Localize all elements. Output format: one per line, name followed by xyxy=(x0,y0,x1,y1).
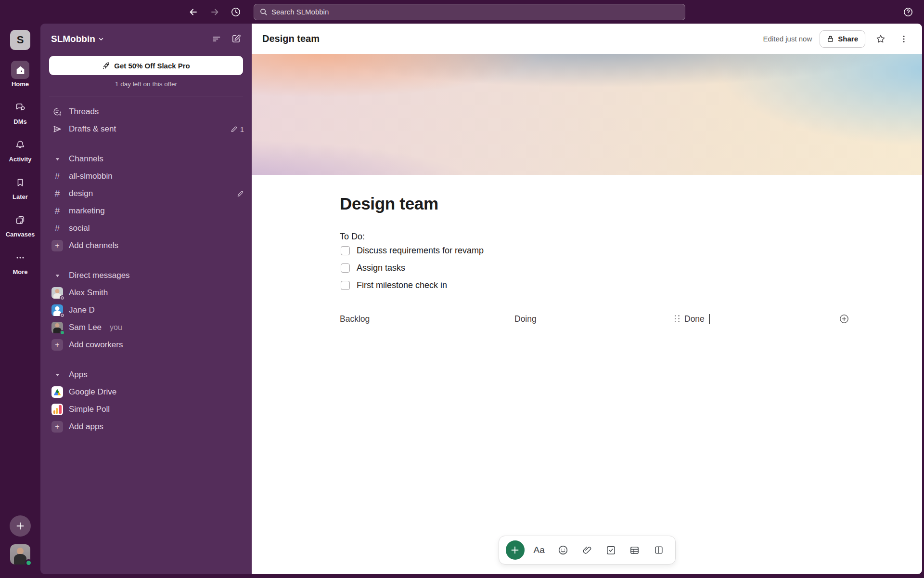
channel-design[interactable]: # design xyxy=(40,185,252,202)
lock-icon xyxy=(827,35,834,42)
add-apps-button[interactable]: + Add apps xyxy=(40,418,252,435)
rail-item-canvases[interactable]: Canvases xyxy=(6,211,35,238)
rail-item-dms[interactable]: DMs xyxy=(11,98,29,125)
app-simple-poll[interactable]: Simple Poll xyxy=(40,401,252,418)
avatar xyxy=(51,322,63,333)
sidebar: SLMobbin Get 50% Off Slack Pro xyxy=(40,24,252,574)
section-channels[interactable]: Channels xyxy=(40,150,252,168)
left-rail: S Home DMs Activity xyxy=(0,24,40,574)
share-button[interactable]: Share xyxy=(820,30,865,48)
checklist-text[interactable]: Assign tasks xyxy=(357,263,405,273)
column-doing[interactable]: Doing xyxy=(514,314,675,324)
add-channels-button[interactable]: + Add channels xyxy=(40,237,252,254)
workspace-switcher[interactable]: S xyxy=(10,30,30,50)
channel-all-slmobbin[interactable]: # all-slmobbin xyxy=(40,168,252,185)
search-input[interactable]: Search SLMobbin xyxy=(254,4,685,20)
canvases-icon xyxy=(15,215,26,225)
section-chevron-icon xyxy=(55,157,60,162)
dm-jane-d[interactable]: Jane D xyxy=(40,302,252,319)
hash-icon: # xyxy=(51,188,64,199)
text-caret xyxy=(709,314,710,324)
sidebar-item-drafts-sent[interactable]: Drafts & sent 1 xyxy=(40,120,252,138)
channel-marketing[interactable]: # marketing xyxy=(40,202,252,220)
checkbox[interactable] xyxy=(341,281,350,290)
new-message-button[interactable] xyxy=(228,31,244,47)
plus-icon xyxy=(15,521,25,531)
send-icon xyxy=(52,124,62,134)
create-new-button[interactable] xyxy=(10,515,31,537)
column-backlog[interactable]: Backlog xyxy=(340,314,514,324)
slack-app: Search SLMobbin S Home DM xyxy=(0,0,924,578)
rail-bottom xyxy=(10,515,31,574)
add-circle-icon xyxy=(838,313,850,325)
user-avatar[interactable] xyxy=(10,544,30,565)
format-label: Aa xyxy=(533,545,544,555)
column-done-label[interactable]: Done xyxy=(684,314,705,324)
rail-item-more[interactable]: More xyxy=(11,249,29,276)
canvas-cover-image[interactable] xyxy=(252,54,922,175)
checklist-button[interactable] xyxy=(601,540,620,560)
forward-arrow-icon xyxy=(210,7,219,17)
back-button[interactable] xyxy=(186,5,201,19)
table-button[interactable] xyxy=(625,540,644,560)
more-options-button[interactable] xyxy=(896,31,911,47)
star-button[interactable] xyxy=(873,31,888,47)
rail-item-activity[interactable]: Activity xyxy=(9,136,32,163)
canvas-body[interactable]: Design team To Do: Discuss requirements … xyxy=(252,175,922,574)
edited-status: Edited just now xyxy=(763,35,812,43)
filter-button[interactable] xyxy=(208,31,225,47)
workspace-menu[interactable]: SLMobbin xyxy=(51,34,104,44)
checklist-item: First milestone check in xyxy=(341,276,922,294)
sidebar-item-threads[interactable]: Threads xyxy=(40,103,252,120)
forward-button[interactable] xyxy=(207,5,222,19)
history-button[interactable] xyxy=(229,5,243,19)
text-format-button[interactable]: Aa xyxy=(529,540,549,560)
add-column-button[interactable] xyxy=(838,313,850,325)
rail-label-more: More xyxy=(13,268,27,276)
content-row: S Home DMs Activity xyxy=(0,24,924,578)
checklist-text[interactable]: Discuss requirements for revamp xyxy=(357,246,484,256)
section-direct-messages[interactable]: Direct messages xyxy=(40,267,252,284)
add-channels-label: Add channels xyxy=(69,241,118,250)
later-bookmark-icon xyxy=(15,178,25,187)
plus-icon: + xyxy=(51,339,63,351)
drag-handle-icon[interactable] xyxy=(675,315,680,323)
canvas-pane: Design team Edited just now Share xyxy=(252,24,922,574)
rail-label-dms: DMs xyxy=(13,118,26,125)
help-button[interactable] xyxy=(901,5,915,19)
rail-item-home[interactable]: Home xyxy=(11,61,29,88)
plus-icon: + xyxy=(51,421,63,433)
workspace-initial: S xyxy=(17,34,24,46)
rail-label-canvases: Canvases xyxy=(6,231,35,238)
pro-button-label: Get 50% Off Slack Pro xyxy=(114,62,190,70)
workspace-name: SLMobbin xyxy=(51,34,95,44)
slack-pro-offer-button[interactable]: Get 50% Off Slack Pro xyxy=(49,56,243,75)
todo-label[interactable]: To Do: xyxy=(340,232,922,242)
doc-heading[interactable]: Design team xyxy=(340,194,922,213)
rail-item-later[interactable]: Later xyxy=(11,173,29,200)
columns-button[interactable] xyxy=(649,540,668,560)
channel-draft-indicator xyxy=(237,190,244,197)
checkbox[interactable] xyxy=(341,263,350,273)
insert-button[interactable] xyxy=(506,540,525,560)
attach-file-button[interactable] xyxy=(578,540,597,560)
channel-social[interactable]: # social xyxy=(40,220,252,237)
section-apps[interactable]: Apps xyxy=(40,366,252,383)
simple-poll-icon xyxy=(51,404,63,415)
add-coworkers-label: Add coworkers xyxy=(69,340,123,350)
topbar-right xyxy=(685,5,924,19)
dm-sam-lee[interactable]: Sam Lee you xyxy=(40,319,252,336)
drafts-badge: 1 xyxy=(231,125,244,133)
clock-icon xyxy=(231,7,241,17)
add-coworkers-button[interactable]: + Add coworkers xyxy=(40,336,252,354)
dm-alex-smith[interactable]: Alex Smith xyxy=(40,284,252,302)
checklist-text[interactable]: First milestone check in xyxy=(357,280,447,290)
search-placeholder: Search SLMobbin xyxy=(271,8,329,16)
column-done[interactable]: Done xyxy=(675,314,710,324)
app-google-drive[interactable]: Google Drive xyxy=(40,383,252,401)
section-chevron-icon xyxy=(55,273,60,278)
emoji-button[interactable] xyxy=(553,540,573,560)
checkbox[interactable] xyxy=(341,246,350,255)
share-label: Share xyxy=(838,35,858,43)
canvas-title: Design team xyxy=(262,33,320,44)
